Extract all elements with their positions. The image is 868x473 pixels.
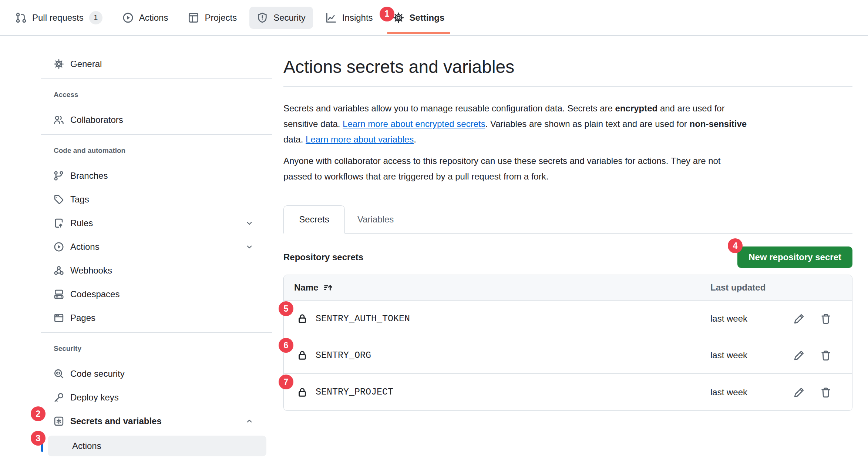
sidebar-item-codespaces[interactable]: Codespaces (48, 285, 260, 303)
secret-updated-cell: last week (710, 313, 794, 324)
nav-actions-label: Actions (139, 13, 168, 23)
projects-table-icon (188, 12, 199, 23)
sidebar-item-label: Actions (70, 242, 100, 252)
nav-settings[interactable]: 1 Settings (386, 7, 452, 29)
main-content: Actions secrets and variables Secrets an… (283, 36, 852, 411)
edit-secret-button[interactable] (794, 350, 820, 361)
sidebar-item-rules[interactable]: Rules (48, 214, 260, 232)
sidebar-item-secrets-and-variables[interactable]: 2 Secrets and variables (48, 412, 260, 430)
delete-secret-button[interactable] (820, 350, 852, 361)
intro-text: data. (283, 134, 306, 144)
sidebar-item-tags[interactable]: Tags (48, 190, 260, 209)
new-repository-secret-button[interactable]: 4 New repository secret (737, 246, 852, 268)
nav-pull-requests-label: Pull requests (32, 13, 84, 23)
name-column-header[interactable]: Name (284, 282, 710, 293)
lock-icon (297, 350, 307, 360)
sidebar-item-code-security[interactable]: Code security (48, 365, 260, 383)
annotation-badge-4: 4 (728, 238, 743, 253)
git-branch-icon (54, 171, 64, 181)
secret-name-cell: SENTRY_ORG (284, 350, 710, 361)
sidebar-section-code-automation: Code and automation (54, 146, 272, 155)
annotation-badge-6: 6 (279, 338, 293, 353)
nav-insights[interactable]: Insights (318, 7, 380, 29)
nav-projects[interactable]: Projects (181, 7, 244, 29)
sidebar-item-pages[interactable]: Pages (48, 309, 260, 327)
secret-name: SENTRY_PROJECT (316, 387, 393, 397)
play-circle-icon (122, 12, 134, 23)
sidebar-item-branches[interactable]: Branches (48, 167, 260, 185)
sidebar-item-general[interactable]: General (48, 55, 260, 73)
intro-text: sensitive data. (283, 119, 343, 129)
name-header-label: Name (294, 282, 318, 293)
sort-ascending-icon (323, 283, 333, 292)
collaborator-note: Anyone with collaborator access to this … (283, 153, 852, 184)
secret-updated-cell: last week (710, 387, 794, 397)
intro-text: . Variables are shown as plain text and … (485, 119, 690, 129)
nav-pull-requests[interactable]: Pull requests 1 (8, 6, 110, 30)
sidebar-item-label: Webhooks (70, 265, 112, 276)
repository-secrets-table: Name Last updated 5 SENTRY_AUTH_TOKEN la… (283, 275, 852, 411)
link-variables[interactable]: Learn more about variables (306, 134, 414, 144)
intro-text: and are used for (657, 103, 724, 113)
delete-secret-button[interactable] (820, 387, 852, 398)
pencil-icon (794, 350, 805, 361)
note-text: passed to workflows that are triggered b… (283, 171, 548, 181)
link-encrypted-secrets[interactable]: Learn more about encrypted secrets (343, 119, 485, 129)
sidebar-item-collaborators[interactable]: Collaborators (48, 111, 260, 129)
tab-secrets[interactable]: Secrets (283, 205, 345, 234)
trash-icon (820, 387, 831, 398)
lock-icon (297, 387, 307, 397)
annotation-badge-3: 3 (31, 431, 46, 446)
code-scan-icon (54, 369, 64, 379)
secret-name: SENTRY_ORG (316, 350, 371, 361)
sidebar-divider (41, 134, 272, 135)
chevron-up-icon (245, 417, 254, 426)
secret-name-cell: SENTRY_PROJECT (284, 387, 710, 397)
nav-security[interactable]: Security (249, 7, 313, 29)
sidebar-item-actions[interactable]: Actions (48, 238, 260, 256)
active-tab-underline (387, 32, 451, 34)
gear-icon (393, 12, 404, 23)
sidebar-item-label: Branches (70, 171, 108, 181)
edit-secret-button[interactable] (794, 313, 820, 324)
sidebar-item-deploy-keys[interactable]: Deploy keys (48, 388, 260, 407)
intro-bold-encrypted: encrypted (615, 103, 658, 113)
webhook-icon (54, 265, 64, 276)
sidebar-item-label: Rules (70, 218, 93, 228)
annotation-badge-7: 7 (279, 375, 293, 389)
last-updated-column-header: Last updated (710, 282, 794, 293)
git-pull-request-icon (16, 12, 27, 23)
edit-secret-button[interactable] (794, 387, 820, 398)
nav-actions[interactable]: Actions (115, 7, 176, 29)
graph-icon (326, 12, 337, 23)
sidebar-item-label: Pages (70, 313, 95, 323)
intro-text: . (414, 134, 416, 144)
tab-variables[interactable]: Variables (345, 205, 406, 233)
sidebar-item-label: General (70, 59, 102, 69)
sidebar-section-security: Security (54, 344, 272, 353)
title-divider (283, 86, 852, 87)
secret-name: SENTRY_AUTH_TOKEN (316, 313, 410, 324)
sidebar-item-label: Deploy keys (70, 392, 119, 403)
repository-secrets-title: Repository secrets (283, 252, 363, 262)
sidebar-subitem-actions-selected[interactable]: 3 Actions (48, 436, 266, 456)
asterisk-box-icon (54, 416, 64, 426)
intro-paragraph: Secrets and variables allow you to manag… (283, 101, 852, 147)
gear-icon (54, 59, 64, 69)
secret-name-cell: SENTRY_AUTH_TOKEN (284, 313, 710, 324)
intro-text: Secrets and variables allow you to manag… (283, 103, 615, 113)
github-repo-settings-page: Pull requests 1 Actions Projects Securit… (0, 0, 868, 473)
tag-icon (54, 194, 64, 205)
repository-secrets-header-row: Repository secrets 4 New repository secr… (283, 246, 852, 268)
secret-row: 5 SENTRY_AUTH_TOKEN last week (284, 301, 852, 337)
nav-insights-label: Insights (342, 13, 373, 23)
trash-icon (820, 313, 831, 324)
settings-sidebar: General Access Collaborators Code and au… (41, 36, 272, 456)
delete-secret-button[interactable] (820, 313, 852, 324)
page-title: Actions secrets and variables (283, 57, 852, 77)
table-header-row: Name Last updated (284, 275, 852, 301)
sidebar-item-label: Tags (70, 194, 89, 205)
lock-icon (297, 313, 307, 324)
sidebar-item-webhooks[interactable]: Webhooks (48, 261, 260, 280)
sidebar-divider (41, 78, 272, 79)
